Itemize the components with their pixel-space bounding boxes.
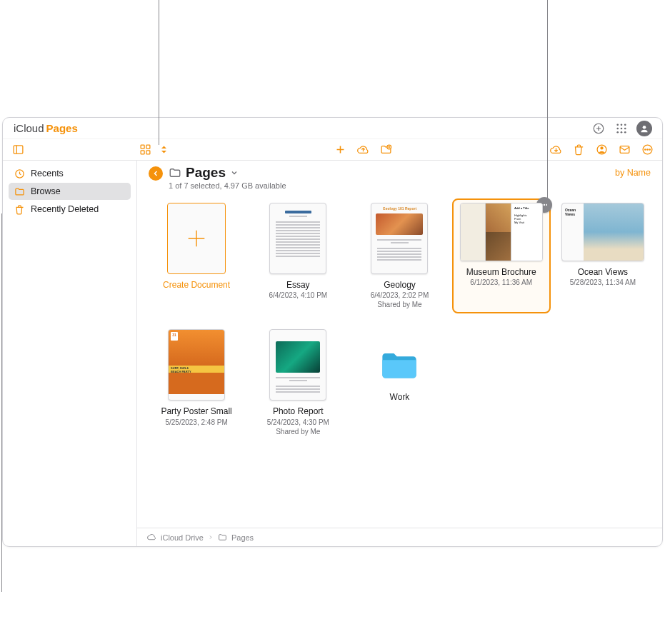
document-tile[interactable]: Geology 101 Report Geology 6/4/2023, 2:0…	[350, 198, 449, 313]
svg-point-1	[616, 124, 619, 126]
svg-point-2	[621, 124, 623, 126]
svg-rect-14	[141, 151, 144, 154]
svg-point-21	[644, 149, 645, 150]
svg-point-9	[624, 131, 626, 133]
cloud-icon	[147, 533, 156, 542]
sidebar-item-recently-deleted[interactable]: Recently Deleted	[9, 201, 131, 218]
upload-button[interactable]	[356, 142, 371, 158]
tile-name: Ocean Views	[578, 267, 628, 277]
tile-shared: Shared by Me	[377, 300, 421, 309]
back-button[interactable]	[149, 166, 163, 181]
email-button[interactable]	[616, 142, 632, 158]
breadcrumb-bar: iCloud Drive Pages	[137, 528, 662, 546]
breadcrumb-current: Pages	[231, 533, 254, 542]
svg-point-3	[624, 124, 626, 126]
svg-rect-12	[141, 145, 144, 149]
folder-tile[interactable]: Work	[350, 325, 449, 440]
document-thumbnail: OceanViews	[561, 203, 644, 261]
chevron-right-icon	[208, 533, 214, 542]
svg-point-22	[646, 149, 647, 150]
folder-icon	[218, 533, 227, 542]
sidebar-item-label: Browse	[31, 186, 61, 196]
toggle-sidebar-button[interactable]	[10, 142, 26, 158]
document-tile[interactable]: Essay 6/4/2023, 4:10 PM	[249, 198, 347, 313]
selection-status: 1 of 7 selected, 4.97 GB available	[169, 181, 615, 190]
create-button[interactable]	[589, 119, 608, 138]
new-folder-button[interactable]	[379, 142, 394, 158]
tile-date: 6/4/2023, 4:10 PM	[269, 291, 327, 300]
create-document-tile[interactable]: Create Document	[147, 198, 246, 313]
svg-point-7	[616, 131, 619, 133]
tile-name: Museum Brochure	[466, 267, 536, 277]
svg-point-23	[649, 149, 649, 150]
trash-icon	[14, 204, 25, 215]
chevron-down-icon[interactable]	[230, 168, 239, 177]
header-bar: iCloud Pages	[3, 118, 662, 139]
sidebar-item-label: Recently Deleted	[31, 204, 99, 214]
document-tile[interactable]: Add a TitleHighlightsFromMy Visit Museum…	[452, 198, 551, 313]
callout-line	[1, 213, 2, 592]
tile-name: Work	[390, 392, 410, 402]
sort-button[interactable]: by Name	[615, 165, 651, 178]
svg-point-5	[621, 127, 623, 129]
document-thumbnail: Add a TitleHighlightsFromMy Visit	[460, 203, 543, 261]
document-thumbnail	[269, 329, 326, 401]
toolbar	[3, 139, 662, 161]
avatar-icon	[636, 121, 652, 136]
svg-point-4	[616, 127, 619, 129]
tile-date: 6/4/2023, 2:02 PM	[371, 291, 429, 300]
app-window: iCloud Pages	[2, 117, 663, 547]
svg-rect-11	[14, 146, 23, 154]
document-grid: Create Document Essay 6/4/2023, 4:10 PM …	[137, 196, 662, 528]
brand-app: Pages	[46, 122, 78, 134]
folder-icon	[14, 186, 25, 197]
app-brand[interactable]: iCloud Pages	[11, 122, 78, 134]
svg-point-26	[544, 204, 545, 206]
tile-name: Geology	[384, 280, 416, 290]
create-thumbnail	[167, 203, 226, 274]
chevron-left-icon	[151, 169, 160, 178]
plus-icon	[184, 226, 209, 251]
tile-name: Party Poster Small	[161, 406, 231, 416]
add-button[interactable]	[333, 142, 349, 158]
document-thumbnail	[269, 203, 326, 274]
account-button[interactable]	[635, 119, 654, 138]
clock-icon	[14, 168, 25, 179]
tile-name: Essay	[286, 280, 310, 290]
brand-icloud: iCloud	[14, 122, 44, 134]
folder-icon	[169, 166, 181, 179]
sidebar-item-recents[interactable]: Recents	[9, 165, 131, 182]
sidebar-item-browse[interactable]: Browse	[9, 183, 131, 200]
tile-name: Create Document	[163, 280, 230, 290]
page-title: Pages	[186, 165, 226, 181]
svg-point-8	[621, 131, 623, 133]
document-tile[interactable]: OceanViews Ocean Views 5/28/2023, 11:34 …	[554, 198, 652, 313]
document-tile[interactable]: 31 SURF, SUN &BEACH PARTY Party Poster S…	[147, 325, 246, 440]
folder-icon	[380, 349, 419, 381]
tile-date: 5/25/2023, 2:48 PM	[165, 418, 227, 427]
svg-point-10	[643, 125, 646, 129]
delete-button[interactable]	[571, 142, 586, 158]
download-button[interactable]	[548, 142, 564, 158]
main-area: Pages 1 of 7 selected, 4.97 GB available…	[137, 161, 662, 546]
svg-rect-15	[146, 151, 149, 154]
breadcrumb-root[interactable]: iCloud Drive	[161, 533, 204, 542]
app-launcher-button[interactable]	[612, 119, 631, 138]
document-thumbnail: 31 SURF, SUN &BEACH PARTY	[168, 329, 225, 401]
tile-date: 6/1/2023, 11:36 AM	[470, 278, 532, 287]
view-options-button[interactable]	[137, 142, 153, 158]
tile-shared: Shared by Me	[276, 427, 320, 436]
callout-line	[159, 0, 159, 145]
svg-point-6	[624, 127, 626, 129]
tile-date: 5/24/2023, 4:30 PM	[267, 418, 329, 427]
document-tile[interactable]: Photo Report 5/24/2023, 4:30 PM Shared b…	[249, 325, 347, 440]
sidebar-item-label: Recents	[31, 168, 64, 178]
sidebar: Recents Browse Recently Deleted	[3, 161, 137, 546]
collaborate-button[interactable]	[594, 142, 609, 158]
more-actions-button[interactable]	[639, 142, 655, 158]
callout-line	[547, 0, 548, 212]
folder-thumbnail	[371, 343, 428, 386]
svg-point-18	[600, 146, 603, 149]
svg-rect-13	[146, 145, 149, 149]
tile-date: 5/28/2023, 11:34 AM	[570, 278, 636, 287]
